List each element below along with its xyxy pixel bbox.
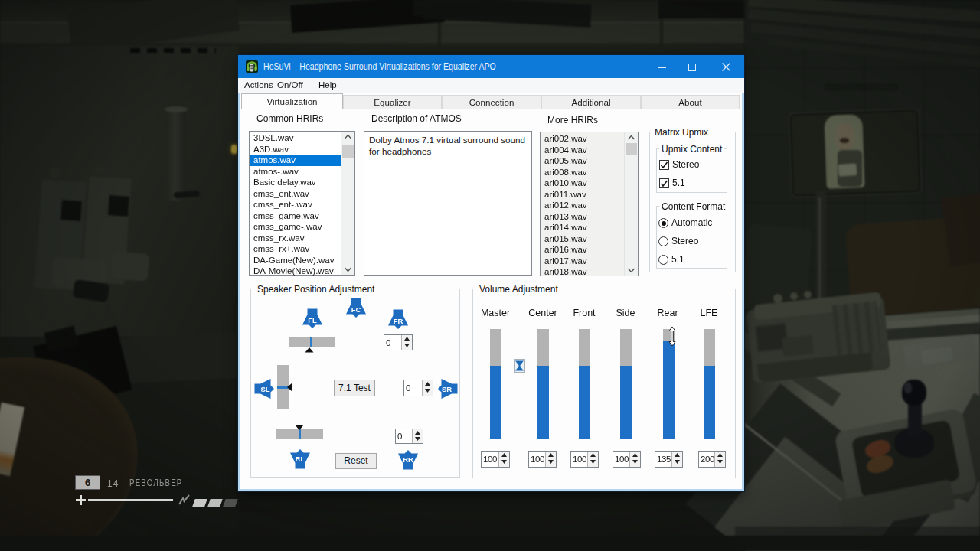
svg-text:RR: RR — [403, 455, 413, 464]
svg-text:SL: SL — [260, 385, 270, 393]
svg-text:FL: FL — [308, 316, 317, 324]
svg-text:FR: FR — [394, 317, 403, 325]
svg-text:RL: RL — [296, 455, 305, 463]
svg-text:FC: FC — [351, 305, 361, 314]
svg-text:SR: SR — [442, 385, 452, 393]
